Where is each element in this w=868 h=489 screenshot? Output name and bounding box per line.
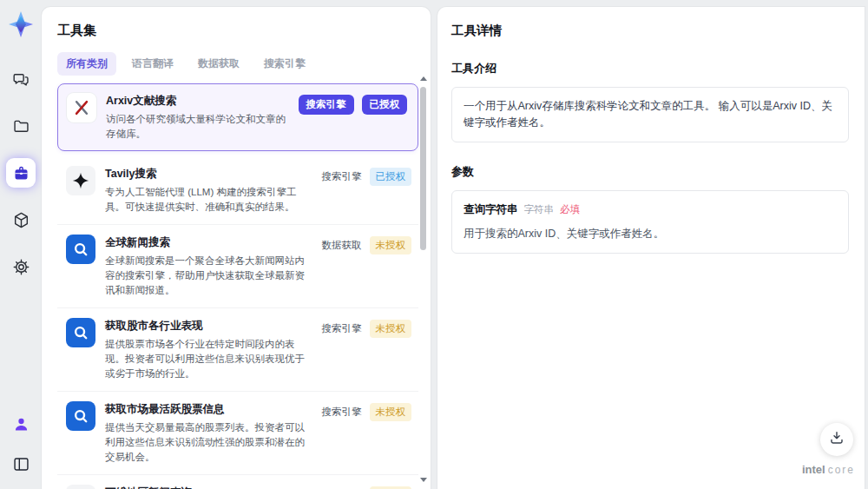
intel-core-logo: intelcore	[802, 463, 855, 476]
tool-name: 获取市场最活跃股票信息	[105, 402, 312, 416]
tool-description: 全球新闻搜索是一个聚合全球各大新闻网站内容的搜索引擎，帮助用户快速获取全球最新资…	[105, 254, 312, 298]
status-badge: 已授权	[370, 168, 412, 186]
tool-badges: 数据获取未授权	[322, 236, 416, 254]
tool-card-5[interactable]: 万维地区新闻查询查询具体行政区划内的新闻，快速了解各地新闻动搜索引擎未授权	[57, 475, 418, 489]
sidebar	[0, 0, 42, 489]
scrollbar-thumb[interactable]	[420, 87, 426, 250]
intel-logo-text: intel	[802, 463, 825, 476]
tab-0[interactable]: 所有类别	[57, 52, 116, 76]
status-badge: 未授权	[370, 320, 412, 338]
category-badge: 搜索引擎	[299, 95, 354, 115]
intro-box: 一个用于从Arxiv存储库搜索科学论文和文章的工具。 输入可以是Arxiv ID…	[451, 87, 849, 142]
tool-card-2[interactable]: 全球新闻搜索全球新闻搜索是一个聚合全球各大新闻网站内容的搜索引擎，帮助用户快速获…	[57, 225, 418, 308]
tool-card-0[interactable]: Arxiv文献搜索访问各个研究领域大量科学论文和文章的存储库。搜索引擎已授权	[57, 83, 418, 151]
tool-name: Tavily搜索	[105, 167, 312, 181]
toolbox-icon[interactable]	[6, 158, 36, 188]
tool-description: 专为人工智能代理 (LLM) 构建的搜索引擎工具。可快速提供实时、准确和真实的结…	[105, 185, 312, 215]
category-badge: 搜索引擎	[322, 406, 362, 419]
tool-card-3[interactable]: 获取股市各行业表现提供股票市场各个行业在特定时间段内的表现。投资者可以利用这些信…	[57, 308, 418, 392]
sparkle-icon	[66, 166, 95, 195]
tab-1[interactable]: 语言翻译	[123, 52, 182, 76]
tool-badges: 搜索引擎未授权	[322, 403, 416, 421]
param-required-badge: 必填	[560, 202, 580, 218]
tool-cards-list: Arxiv文献搜索访问各个研究领域大量科学论文和文章的存储库。搜索引擎已授权Ta…	[57, 83, 418, 489]
download-icon	[828, 429, 845, 450]
param-box: 查询字符串 字符串 必填 用于搜索的Arxiv ID、关键字或作者姓名。	[451, 190, 849, 254]
tool-badges: 搜索引擎已授权	[322, 168, 416, 186]
core-logo-text: core	[828, 464, 855, 476]
tool-name: 万维地区新闻查询	[105, 486, 312, 489]
param-name: 查询字符串	[464, 202, 518, 218]
tool-badges: 搜索引擎未授权	[322, 320, 416, 338]
sidebar-bottom	[6, 409, 36, 479]
tool-list-panel: 工具集 所有类别语言翻译数据获取搜索引擎 Arxiv文献搜索访问各个研究领域大量…	[42, 7, 431, 489]
tool-description: 提供当天交易量最高的股票列表。投资者可以利用这些信息来识别流动性强的股票和潜在的…	[105, 420, 312, 465]
tool-description: 访问各个研究领域大量科学论文和文章的存储库。	[106, 112, 289, 142]
page-title: 工具集	[57, 23, 418, 39]
param-description: 用于搜索的Arxiv ID、关键字或作者姓名。	[464, 226, 837, 242]
category-badge: 搜索引擎	[322, 170, 362, 183]
intro-text: 一个用于从Arxiv存储库搜索科学论文和文章的工具。 输入可以是Arxiv ID…	[464, 100, 832, 129]
params-heading: 参数	[451, 164, 849, 180]
tool-name: 获取股市各行业表现	[105, 319, 312, 333]
tool-name: Arxiv文献搜索	[106, 94, 289, 108]
tab-2[interactable]: 数据获取	[189, 52, 248, 76]
tab-3[interactable]: 搜索引擎	[255, 52, 314, 76]
tool-name: 全球新闻搜索	[105, 235, 312, 249]
category-badge: 搜索引擎	[322, 322, 362, 335]
blue-search-icon	[66, 235, 95, 264]
settings-gear-icon[interactable]	[6, 252, 36, 281]
tool-details-panel: 工具详情 工具介绍 一个用于从Arxiv存储库搜索科学论文和文章的工具。 输入可…	[437, 7, 865, 489]
app-logo-icon	[7, 9, 35, 40]
blue-search-icon	[66, 401, 95, 431]
arxiv-icon	[67, 93, 96, 122]
list-scrollbar[interactable]	[419, 76, 428, 482]
status-badge: 未授权	[370, 403, 412, 421]
cube-icon[interactable]	[6, 205, 36, 235]
avatar-icon[interactable]	[6, 409, 36, 439]
tool-card-1[interactable]: Tavily搜索专为人工智能代理 (LLM) 构建的搜索引擎工具。可快速提供实时…	[57, 156, 418, 225]
intro-heading: 工具介绍	[451, 61, 849, 76]
app-window: 工具集 所有类别语言翻译数据获取搜索引擎 Arxiv文献搜索访问各个研究领域大量…	[0, 0, 868, 489]
tool-badges: 搜索引擎已授权	[299, 95, 411, 115]
sidebar-nav	[6, 64, 36, 281]
category-tabs: 所有类别语言翻译数据获取搜索引擎	[57, 52, 418, 76]
status-badge: 已授权	[362, 95, 408, 115]
param-type: 字符串	[524, 202, 555, 218]
news-icon	[66, 485, 95, 489]
scroll-up-icon[interactable]	[420, 76, 427, 81]
tool-card-4[interactable]: 获取市场最活跃股票信息提供当天交易量最高的股票列表。投资者可以利用这些信息来识别…	[57, 392, 418, 475]
chat-icon[interactable]	[6, 64, 36, 94]
param-header: 查询字符串 字符串 必填	[464, 202, 837, 218]
blue-search-icon	[66, 318, 95, 347]
scroll-down-icon[interactable]	[420, 478, 427, 482]
folder-icon[interactable]	[6, 111, 36, 141]
category-badge: 数据获取	[322, 239, 362, 252]
tool-description: 提供股票市场各个行业在特定时间段内的表现。投资者可以利用这些信息来识别表现优于或…	[105, 337, 312, 381]
status-badge: 未授权	[370, 236, 412, 254]
panel-toggle-icon[interactable]	[6, 449, 36, 479]
download-button[interactable]	[820, 423, 853, 456]
details-title: 工具详情	[451, 23, 849, 39]
